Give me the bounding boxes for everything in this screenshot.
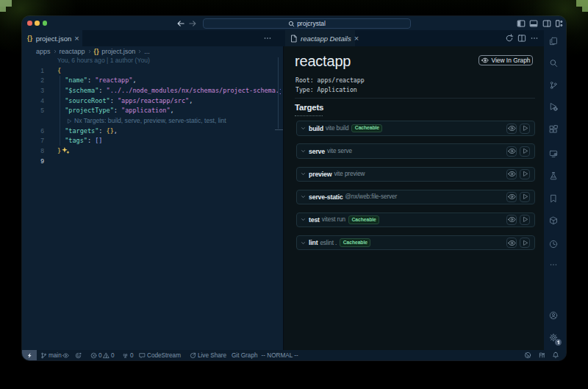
vscode-window: projcrystal {} project.json × reactapp D…: [22, 16, 566, 360]
chevron-down-icon[interactable]: [301, 126, 306, 131]
target-row-serve[interactable]: servevite serve: [296, 143, 535, 159]
activity-explorer-icon[interactable]: [549, 37, 558, 46]
chevron-down-icon[interactable]: [301, 240, 306, 246]
breadcrumb-item[interactable]: project.json: [101, 48, 135, 55]
run-codelens-icon[interactable]: [66, 118, 72, 124]
command-center-search[interactable]: projcrystal: [203, 18, 411, 29]
wallpaper-pixel-left-2: [0, 7, 6, 12]
minimize-window-button[interactable]: [35, 21, 40, 26]
code-line-1[interactable]: 1{: [22, 66, 281, 76]
code-line-6[interactable]: 6 "targets": {},: [22, 126, 281, 137]
split-editor-icon[interactable]: [517, 34, 526, 43]
wallpaper-pixel-left-1: [0, 0, 12, 7]
run-target-button[interactable]: [520, 215, 530, 225]
run-target-button[interactable]: [520, 238, 530, 248]
status-ports[interactable]: 0: [122, 350, 134, 360]
status-problems-errors[interactable]: 0: [90, 350, 102, 360]
gitlens-blame-line[interactable]: You, 6 hours ago | 1 author (You): [22, 56, 281, 66]
code-line-3[interactable]: 3 "$schema": "../../node_modules/nx/sche…: [22, 86, 281, 96]
activity-run-and-debug-icon[interactable]: [549, 102, 558, 111]
titlebar: projcrystal: [22, 16, 566, 30]
refresh-icon[interactable]: [505, 34, 514, 43]
activity-source-control-icon[interactable]: [549, 81, 558, 90]
status-git-branch[interactable]: main: [40, 350, 62, 360]
target-command: vitest run: [322, 216, 345, 223]
activity-accounts-icon[interactable]: [549, 311, 558, 320]
run-target-button[interactable]: [520, 146, 530, 157]
status-gitlens-mode[interactable]: [75, 350, 82, 360]
target-row-lint[interactable]: linteslint .Cacheable: [296, 235, 535, 251]
toggle-panel-bottom-icon[interactable]: [529, 19, 538, 28]
activity-bookmarks-icon[interactable]: [549, 194, 558, 203]
breadcrumb-item[interactable]: reactapp: [60, 48, 85, 55]
navigate-back-icon[interactable]: [176, 19, 185, 28]
view-target-button[interactable]: [506, 238, 517, 248]
more-actions-icon[interactable]: [263, 34, 272, 43]
code-line-9[interactable]: 9: [22, 157, 281, 167]
status-format[interactable]: [538, 351, 545, 359]
status-remote-indicator[interactable]: [22, 350, 37, 360]
view-target-button[interactable]: [506, 215, 517, 225]
activity-time-travel-icon[interactable]: [549, 240, 558, 249]
status-notifications[interactable]: [552, 351, 559, 359]
status-problems-warnings[interactable]: 0: [103, 350, 115, 360]
chevron-down-icon[interactable]: [301, 171, 306, 176]
close-tab-icon[interactable]: ×: [74, 35, 79, 43]
target-row-build[interactable]: buildvite buildCacheable: [296, 121, 535, 136]
activity-remote-explorer-icon[interactable]: [549, 149, 558, 158]
activity-nx-console-icon[interactable]: [549, 216, 558, 225]
tab-project-json[interactable]: {} project.json ×: [22, 30, 82, 46]
activity-more-views-icon[interactable]: [549, 260, 558, 269]
codelens-line[interactable]: Nx Targets: build, serve, preview, serve…: [22, 116, 281, 126]
toggle-panel-right-icon[interactable]: [542, 19, 551, 28]
status-label: Live Share: [198, 352, 226, 359]
status-git-graph[interactable]: Git Graph: [232, 350, 258, 360]
code-line-8[interactable]: 8}: [22, 146, 281, 157]
code-line-4[interactable]: 4 "sourceRoot": "apps/reactapp/src",: [22, 96, 281, 107]
close-window-button[interactable]: [27, 21, 32, 26]
more-actions-icon[interactable]: [530, 34, 539, 43]
run-target-button[interactable]: [520, 124, 530, 134]
tab-reactapp-details[interactable]: reactapp Details ×: [285, 30, 355, 46]
view-target-button[interactable]: [506, 192, 517, 202]
target-row-test[interactable]: testvitest runCacheable: [296, 213, 535, 228]
target-row-serve-static[interactable]: serve-static@nx/web:file-server: [296, 190, 535, 205]
line-number: 3: [22, 86, 44, 96]
status-live-share[interactable]: Live Share: [190, 350, 227, 360]
view-in-graph-button[interactable]: View In Graph: [478, 55, 533, 65]
status-vim-mode[interactable]: -- NORMAL --: [262, 350, 298, 360]
status-feedback[interactable]: [524, 351, 531, 359]
status-codestream[interactable]: CodeStream: [139, 350, 181, 360]
status-gitlens-blame[interactable]: [62, 350, 69, 360]
run-target-button[interactable]: [520, 192, 530, 202]
view-target-button[interactable]: [506, 146, 517, 157]
close-tab-icon[interactable]: ×: [354, 35, 359, 43]
navigate-forward-icon[interactable]: [188, 19, 197, 28]
file-icon: [290, 35, 298, 43]
view-target-button[interactable]: [506, 169, 517, 179]
target-name: preview: [309, 171, 331, 178]
code-line-2[interactable]: 2 "name": "reactapp",: [22, 76, 281, 86]
toggle-panel-left-icon[interactable]: [517, 19, 526, 28]
view-target-button[interactable]: [506, 124, 517, 134]
activity-search-icon[interactable]: [549, 59, 558, 68]
breadcrumb-item[interactable]: apps: [36, 48, 51, 55]
code-line-5[interactable]: 5 "projectType": "application",: [22, 106, 281, 116]
chevron-down-icon[interactable]: [301, 217, 306, 222]
chevron-down-icon[interactable]: [301, 194, 306, 199]
activity-extensions-icon[interactable]: [549, 125, 558, 134]
code-line-7[interactable]: 7 "tags": []: [22, 136, 281, 146]
chevron-down-icon[interactable]: [301, 149, 306, 154]
project-type: Type: Application: [295, 86, 357, 93]
run-target-button[interactable]: [520, 169, 530, 179]
zoom-window-button[interactable]: [43, 21, 48, 26]
code-text: "tags": []: [57, 136, 102, 146]
line-number: 1: [22, 66, 44, 76]
target-row-preview[interactable]: previewvite preview: [296, 167, 535, 182]
target-command: vite build: [326, 125, 348, 132]
activity-testing-icon[interactable]: [549, 171, 558, 180]
customize-layout-icon[interactable]: [555, 19, 564, 28]
breadcrumb[interactable]: appsreactapp{}project.json...: [22, 46, 297, 56]
breadcrumb-item[interactable]: ...: [144, 48, 150, 55]
code-editor[interactable]: You, 6 hours ago | 1 author (You)1{2 "na…: [22, 56, 283, 350]
